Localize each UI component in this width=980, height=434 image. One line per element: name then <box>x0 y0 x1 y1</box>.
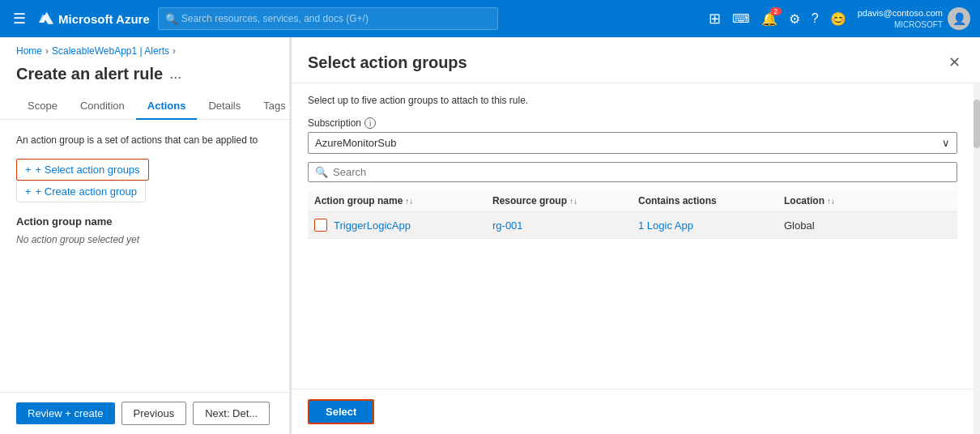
dashboard-icon[interactable]: ⊞ <box>709 10 721 28</box>
th-label-name: Action group name <box>314 195 403 206</box>
breadcrumb-sep-2: › <box>173 45 176 57</box>
notification-badge: 2 <box>770 7 782 15</box>
notifications-icon[interactable]: 🔔 2 <box>761 11 778 27</box>
select-action-groups-dialog: Select action groups ✕ Select up to five… <box>290 37 980 434</box>
table-cell-location: Global <box>784 219 881 232</box>
dialog-title: Select action groups <box>308 53 467 72</box>
close-dialog-button[interactable]: ✕ <box>945 50 964 74</box>
search-input[interactable] <box>181 13 491 24</box>
dialog-scroll-area: Select up to five action groups to attac… <box>292 83 980 434</box>
breadcrumb-app[interactable]: ScaleableWebApp1 | Alerts <box>52 45 169 57</box>
user-company: MICROSOFT <box>858 19 943 30</box>
table-header-row: Action group name ↑↓ Resource group ↑↓ C… <box>308 190 957 212</box>
bottom-bar: Review + create Previous Next: Det... <box>0 392 289 434</box>
subscription-label: Subscription i <box>308 117 957 129</box>
search-icon: 🔍 <box>165 13 178 25</box>
main-wrapper: Home › ScaleableWebApp1 | Alerts › Creat… <box>0 37 980 434</box>
nav-icon-group: ⊞ ⌨ 🔔 2 ⚙ ? 😊 pdavis@contoso.com MICROSO… <box>709 7 970 30</box>
subscription-value: AzureMonitorSub <box>315 137 396 149</box>
th-contains-actions: Contains actions <box>638 195 784 206</box>
left-panel: Home › ScaleableWebApp1 | Alerts › Creat… <box>0 37 290 434</box>
table-cell-name: ✓ TriggerLogicApp <box>314 219 492 232</box>
sort-icon-rg[interactable]: ↑↓ <box>569 197 577 206</box>
tab-scope[interactable]: Scope <box>16 93 69 120</box>
subscription-label-text: Subscription <box>308 117 361 129</box>
subscription-dropdown[interactable]: AzureMonitorSub ∨ <box>308 132 957 154</box>
dialog-subtitle: Select up to five action groups to attac… <box>308 95 957 106</box>
action-group-search-box[interactable]: 🔍 <box>308 162 957 182</box>
panel-content: An action group is a set of actions that… <box>0 120 289 392</box>
create-action-group-button[interactable]: + + Create action group <box>16 181 146 202</box>
dialog-footer: Select <box>292 389 974 434</box>
table-row: ✓ TriggerLogicApp rg-001 1 Logic App <box>308 212 957 239</box>
breadcrumb-sep-1: › <box>45 45 49 57</box>
th-label-actions: Contains actions <box>638 195 717 206</box>
user-profile[interactable]: pdavis@contoso.com MICROSOFT 👤 <box>858 7 970 30</box>
sort-icon-location[interactable]: ↑↓ <box>827 197 835 206</box>
feedback-icon[interactable]: 😊 <box>830 11 846 27</box>
location-value: Global <box>784 219 815 232</box>
tab-condition[interactable]: Condition <box>69 93 136 120</box>
breadcrumb-home[interactable]: Home <box>16 45 42 57</box>
th-location: Location ↑↓ <box>784 195 881 206</box>
user-info: pdavis@contoso.com MICROSOFT <box>858 7 943 29</box>
panel-info-text: An action group is a set of actions that… <box>16 133 273 147</box>
page-menu-icon[interactable]: ... <box>169 66 181 83</box>
subscription-info-icon[interactable]: i <box>364 117 376 129</box>
dropdown-chevron: ∨ <box>942 137 950 149</box>
user-avatar[interactable]: 👤 <box>948 7 970 30</box>
th-resource-group: Resource group ↑↓ <box>492 195 638 206</box>
scrollbar-track[interactable] <box>974 83 980 434</box>
select-action-groups-label: + Select action groups <box>36 164 140 176</box>
resource-group-link[interactable]: rg-001 <box>492 219 523 232</box>
no-selection-text: No action group selected yet <box>16 234 273 245</box>
create-action-group-label: + Create action group <box>36 185 137 198</box>
page-title: Create an alert rule <box>16 65 163 83</box>
global-search-bar[interactable]: 🔍 <box>158 7 498 30</box>
contains-actions-link[interactable]: 1 Logic App <box>638 219 693 232</box>
tab-actions[interactable]: Actions <box>136 93 198 120</box>
plus-icon-select: + <box>25 164 32 176</box>
user-email: pdavis@contoso.com <box>858 7 943 19</box>
cloud-shell-icon[interactable]: ⌨ <box>732 11 750 26</box>
checkmark-icon: ✓ <box>317 221 325 230</box>
action-group-name-link[interactable]: TriggerLogicApp <box>334 219 411 232</box>
table-cell-rg: rg-001 <box>492 219 638 232</box>
scrollbar-thumb[interactable] <box>974 100 980 148</box>
plus-icon-create: + <box>25 185 32 198</box>
previous-button[interactable]: Previous <box>121 402 187 425</box>
search-input[interactable] <box>333 166 950 178</box>
page-title-row: Create an alert rule ... <box>0 62 289 93</box>
tabs-bar: Scope Condition Actions Details Tags <box>0 93 289 120</box>
azure-brand-text: Microsoft Azure <box>58 12 150 26</box>
breadcrumb: Home › ScaleableWebApp1 | Alerts › <box>0 37 289 62</box>
select-button[interactable]: Select <box>308 399 374 424</box>
hamburger-menu[interactable]: ☰ <box>10 6 29 31</box>
dialog-body: Select up to five action groups to attac… <box>292 83 974 434</box>
next-button[interactable]: Next: Det... <box>193 402 270 425</box>
section-header: Action group name <box>16 215 273 228</box>
action-groups-table: Action group name ↑↓ Resource group ↑↓ C… <box>308 190 957 239</box>
settings-icon[interactable]: ⚙ <box>789 11 800 27</box>
tab-details[interactable]: Details <box>197 93 252 120</box>
table-cell-actions: 1 Logic App <box>638 219 784 232</box>
action-buttons-row: + + Select action groups + + Create acti… <box>16 159 273 202</box>
dialog-header: Select action groups ✕ <box>292 37 980 83</box>
azure-icon <box>37 11 53 27</box>
th-action-group-name: Action group name ↑↓ <box>314 195 492 206</box>
th-label-location: Location <box>784 195 824 206</box>
th-label-rg: Resource group <box>492 195 567 206</box>
azure-logo: Microsoft Azure <box>37 11 150 27</box>
select-action-groups-button[interactable]: + + Select action groups <box>16 159 149 181</box>
row-checkbox[interactable]: ✓ <box>314 219 327 232</box>
top-navigation: ☰ Microsoft Azure 🔍 ⊞ ⌨ 🔔 2 ⚙ ? 😊 pdavis… <box>0 0 980 37</box>
help-icon[interactable]: ? <box>812 11 819 26</box>
review-create-button[interactable]: Review + create <box>16 402 115 424</box>
sort-icon-name[interactable]: ↑↓ <box>405 197 413 206</box>
search-icon: 🔍 <box>315 166 328 178</box>
